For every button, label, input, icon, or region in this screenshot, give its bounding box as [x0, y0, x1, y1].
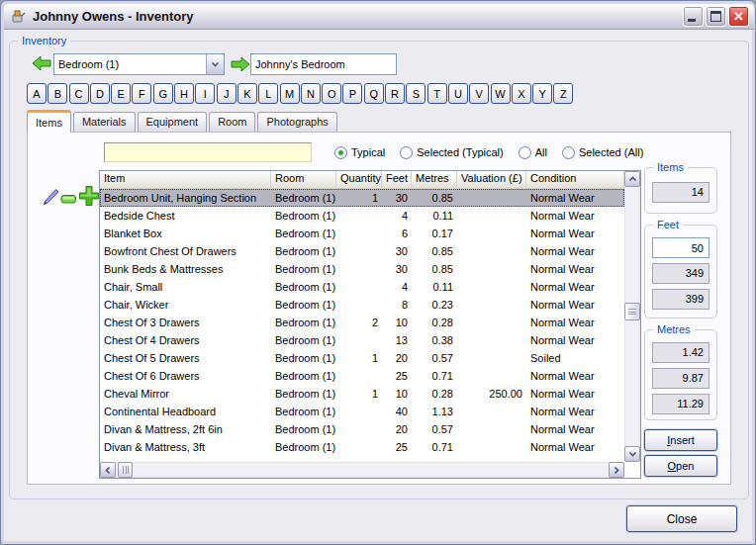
alphabet-button-g[interactable]: G — [153, 83, 173, 104]
alphabet-button-v[interactable]: V — [469, 83, 489, 104]
alphabet-button-s[interactable]: S — [406, 83, 425, 104]
close-button[interactable]: Close — [626, 505, 737, 532]
column-header-valuation[interactable]: Valuation (£) — [457, 171, 526, 188]
open-button[interactable]: Open — [644, 455, 717, 477]
radio-circle-icon[interactable] — [334, 146, 347, 159]
cell-condition: Normal Wear — [526, 296, 624, 314]
search-input[interactable] — [104, 142, 312, 162]
title-bar[interactable]: Johnny Owens - Inventory ✕ — [4, 4, 754, 30]
alphabet-button-k[interactable]: K — [237, 83, 257, 104]
column-header-condition[interactable]: Condition — [526, 171, 624, 188]
tab-materials[interactable]: Materials — [73, 112, 136, 132]
column-header-quantity[interactable]: Quantity — [336, 171, 382, 188]
table-row[interactable]: Bowfront Chest Of DrawersBedroom (1)300.… — [100, 242, 624, 260]
alphabet-button-b[interactable]: B — [47, 83, 67, 104]
scroll-down-button[interactable] — [624, 446, 640, 462]
cell-feet: 10 — [382, 385, 412, 403]
table-row[interactable]: Chest Of 4 DrawersBedroom (1)130.38Norma… — [100, 331, 624, 349]
next-room-icon[interactable] — [231, 54, 250, 74]
alphabet-button-x[interactable]: X — [512, 83, 531, 104]
alphabet-button-r[interactable]: R — [385, 83, 405, 104]
horizontal-scroll-thumb[interactable] — [118, 462, 133, 478]
table-row[interactable]: Continental HeadboardBedroom (1)401.13No… — [100, 403, 624, 420]
table-row[interactable]: Chair, WickerBedroom (1)80.23Normal Wear — [100, 296, 624, 314]
radio-circle-icon[interactable] — [562, 146, 575, 159]
column-header-metres[interactable]: Metres — [412, 171, 457, 188]
scroll-left-button[interactable] — [100, 462, 116, 478]
table-row[interactable]: Bedroom Unit, Hanging SectionBedroom (1)… — [100, 189, 624, 207]
remove-item-icon[interactable] — [60, 194, 77, 205]
horizontal-scrollbar[interactable] — [100, 462, 624, 478]
radio-label: Selected (Typical) — [417, 146, 503, 158]
radio-option-typical[interactable]: Typical — [334, 146, 385, 159]
tab-photographs[interactable]: Photographs — [257, 112, 336, 132]
vertical-scrollbar[interactable] — [624, 171, 640, 462]
radio-circle-icon[interactable] — [400, 146, 413, 159]
alphabet-button-o[interactable]: O — [322, 83, 341, 104]
alphabet-button-c[interactable]: C — [69, 83, 89, 104]
table-row[interactable]: Chest Of 5 DrawersBedroom (1)1200.57Soil… — [100, 349, 624, 367]
table-row[interactable]: Bunk Beds & MattressesBedroom (1)300.85N… — [100, 260, 624, 278]
alphabet-button-t[interactable]: T — [427, 83, 447, 104]
table-row[interactable]: Divan & Mattress, 3ftBedroom (1)250.71No… — [100, 438, 624, 456]
alphabet-button-n[interactable]: N — [301, 83, 321, 104]
alphabet-button-l[interactable]: L — [258, 83, 278, 104]
radio-circle-icon[interactable] — [519, 146, 531, 159]
window-title: Johnny Owens - Inventory — [33, 9, 683, 24]
alphabet-button-y[interactable]: Y — [532, 83, 552, 104]
column-header-feet[interactable]: Feet — [382, 171, 412, 188]
table-row[interactable]: Divan & Mattress, 2ft 6inBedroom (1)200.… — [100, 420, 624, 438]
table-row[interactable]: Chair, SmallBedroom (1)40.11Normal Wear — [100, 278, 624, 296]
alphabet-button-z[interactable]: Z — [553, 83, 573, 104]
items-summary-label: Items — [653, 160, 688, 174]
tab-equipment[interactable]: Equipment — [138, 112, 208, 132]
previous-room-icon[interactable] — [32, 53, 51, 73]
alphabet-button-j[interactable]: J — [217, 83, 236, 104]
table-row[interactable]: Chest Of 6 DrawersBedroom (1)250.71Norma… — [100, 367, 624, 385]
alphabet-button-a[interactable]: A — [27, 83, 47, 104]
maximize-button[interactable] — [706, 6, 726, 27]
alphabet-button-q[interactable]: Q — [364, 83, 384, 104]
radio-option-selected-typical[interactable]: Selected (Typical) — [400, 146, 503, 159]
table-row[interactable]: Cheval MirrorBedroom (1)1100.28250.00Nor… — [100, 385, 624, 403]
minimize-button[interactable] — [683, 6, 704, 27]
alphabet-button-p[interactable]: P — [342, 83, 362, 104]
cell-valuation — [457, 225, 526, 242]
cell-quantity: 1 — [336, 385, 382, 403]
cell-room: Bedroom (1) — [271, 438, 336, 456]
scroll-right-button[interactable] — [609, 462, 624, 478]
alphabet-button-f[interactable]: F — [132, 83, 151, 104]
tab-items[interactable]: Items — [27, 110, 71, 133]
alphabet-button-m[interactable]: M — [280, 83, 300, 104]
alphabet-button-u[interactable]: U — [448, 83, 468, 104]
vertical-scroll-thumb[interactable] — [624, 303, 640, 320]
cell-valuation — [457, 278, 526, 296]
tab-room[interactable]: Room — [209, 112, 255, 132]
cell-room: Bedroom (1) — [271, 189, 336, 207]
metres-total-field: 11.29 — [652, 394, 709, 414]
table-row[interactable]: Blanket BoxBedroom (1)60.17Normal Wear — [100, 225, 624, 242]
column-header-item[interactable]: Item — [100, 171, 271, 188]
table-row[interactable]: Chest Of 3 DrawersBedroom (1)2100.28Norm… — [100, 314, 624, 331]
room-select[interactable]: Bedroom (1) — [53, 53, 225, 75]
feet-selected-input[interactable] — [652, 237, 709, 258]
insert-button[interactable]: Insert — [644, 429, 717, 451]
room-name-input[interactable] — [250, 53, 397, 75]
alphabet-button-w[interactable]: W — [491, 83, 511, 104]
alphabet-button-d[interactable]: D — [90, 83, 110, 104]
radio-option-all[interactable]: All — [519, 146, 547, 159]
alphabet-button-e[interactable]: E — [111, 83, 131, 104]
table-row[interactable]: Bedside ChestBedroom (1)40.11Normal Wear — [100, 207, 624, 225]
close-window-button[interactable]: ✕ — [728, 6, 749, 27]
column-header-room[interactable]: Room — [271, 171, 336, 188]
scroll-up-button[interactable] — [624, 171, 640, 187]
alphabet-button-i[interactable]: I — [195, 83, 215, 104]
add-item-icon[interactable] — [78, 185, 100, 207]
edit-pencil-icon[interactable] — [40, 186, 61, 209]
cell-item: Chair, Wicker — [100, 296, 271, 314]
room-select-dropdown-button[interactable] — [206, 54, 224, 74]
radio-option-selected-all[interactable]: Selected (All) — [562, 146, 643, 159]
cell-valuation — [457, 420, 526, 438]
cell-item: Cheval Mirror — [100, 385, 271, 403]
alphabet-button-h[interactable]: H — [174, 83, 194, 104]
